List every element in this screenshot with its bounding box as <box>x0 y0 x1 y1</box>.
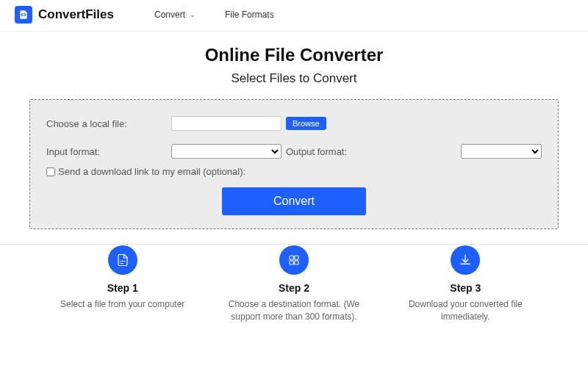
svg-rect-3 <box>295 261 298 264</box>
convert-wrap: Convert <box>46 187 542 215</box>
email-row: Send a download link to my email (option… <box>46 166 542 177</box>
step-2: Step 2 Choose a destination format. (We … <box>208 245 379 323</box>
choose-file-label: Choose a local file: <box>46 118 171 129</box>
steps: Step 1 Select a file from your computer … <box>0 229 588 323</box>
hero: Online File Converter Select Files to Co… <box>0 32 588 86</box>
step-3-desc: Download your converted file immediately… <box>387 298 544 323</box>
svg-rect-1 <box>295 256 298 259</box>
download-icon <box>451 245 480 275</box>
format-row: Input format: Output format: <box>46 144 542 159</box>
converter-wrap: Choose a local file: Browse Input format… <box>0 86 588 229</box>
steps-connector <box>0 244 588 245</box>
svg-rect-2 <box>290 261 293 264</box>
step-3: Step 3 Download your converted file imme… <box>380 245 551 323</box>
input-format-select[interactable] <box>171 144 282 159</box>
page-title: Online File Converter <box>0 45 588 65</box>
browse-button[interactable]: Browse <box>286 117 326 130</box>
nav-convert-label: Convert <box>154 10 185 20</box>
choose-file-row: Choose a local file: Browse <box>46 116 542 131</box>
brand-name: ConvertFiles <box>38 7 114 22</box>
chevron-down-icon: ⌄ <box>190 11 196 18</box>
converter-box: Choose a local file: Browse Input format… <box>29 99 559 229</box>
step-1-title: Step 1 <box>44 282 201 294</box>
nav-file-formats[interactable]: File Formats <box>225 10 274 20</box>
brand[interactable]: ConvertFiles <box>15 6 114 24</box>
convert-button[interactable]: Convert <box>222 187 366 215</box>
nav-file-formats-label: File Formats <box>225 10 274 20</box>
grid-icon <box>279 245 309 275</box>
svg-rect-0 <box>290 256 293 259</box>
step-2-desc: Choose a destination format. (We support… <box>215 298 372 323</box>
page-subtitle: Select Files to Convert <box>0 71 588 86</box>
top-nav: ConvertFiles Convert ⌄ File Formats <box>0 0 588 32</box>
step-2-title: Step 2 <box>215 282 372 294</box>
file-input[interactable] <box>171 116 282 131</box>
output-format-select[interactable] <box>461 144 542 159</box>
nav-convert[interactable]: Convert ⌄ <box>154 10 196 20</box>
input-format-label: Input format: <box>46 146 171 157</box>
step-1: Step 1 Select a file from your computer <box>37 245 208 323</box>
brand-icon <box>15 6 32 24</box>
email-checkbox-label: Send a download link to my email (option… <box>58 166 245 177</box>
email-checkbox[interactable] <box>46 168 55 176</box>
nav-links: Convert ⌄ File Formats <box>154 10 304 20</box>
step-3-title: Step 3 <box>387 282 544 294</box>
output-format-label: Output format: <box>286 146 347 157</box>
file-icon <box>108 245 137 275</box>
step-1-desc: Select a file from your computer <box>44 298 201 311</box>
